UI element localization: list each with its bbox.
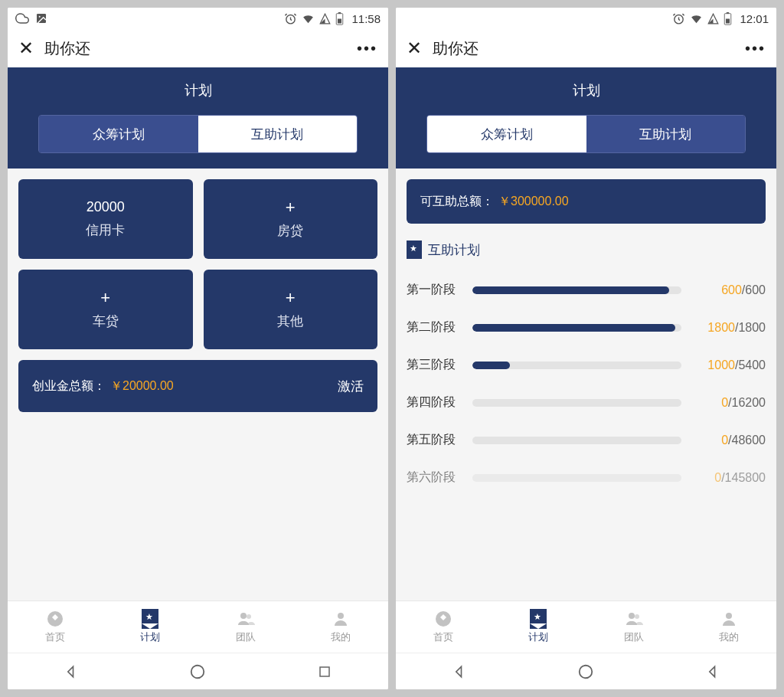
svg-point-9	[247, 614, 251, 619]
activate-button[interactable]: 激活	[338, 378, 364, 395]
stage-row: 第一阶段 600/600	[407, 282, 766, 298]
back-icon[interactable]	[62, 663, 80, 681]
progress-bar	[472, 362, 681, 369]
nav-team[interactable]: 团队	[586, 601, 681, 653]
tab-crowdfund[interactable]: 众筹计划	[39, 116, 198, 152]
stage-name: 第三阶段	[407, 357, 463, 373]
mutual-amount: ￥300000.00	[498, 194, 569, 210]
stage-num: 0/145800	[691, 471, 766, 485]
wifi-icon	[690, 12, 703, 25]
close-icon[interactable]: ✕	[407, 39, 422, 57]
svg-point-20	[635, 614, 639, 619]
card-other[interactable]: + 其他	[204, 270, 378, 349]
app-header: ✕ 助你还 •••	[396, 29, 776, 67]
nav-label: 计划	[528, 630, 548, 644]
progress-bar	[472, 286, 681, 294]
svg-point-11	[191, 665, 204, 678]
svg-point-10	[338, 613, 344, 619]
nav-label: 团队	[236, 630, 256, 644]
system-nav-bar	[8, 653, 388, 689]
card-value: 20000	[87, 199, 125, 215]
coin-icon	[433, 610, 453, 628]
bookmark-icon: ★	[140, 610, 160, 628]
nav-label: 首页	[45, 630, 65, 644]
recent-icon[interactable]	[315, 663, 334, 681]
tab-mutual[interactable]: 互助计划	[586, 116, 746, 152]
team-icon	[236, 610, 256, 628]
svg-rect-5	[338, 18, 341, 23]
more-icon[interactable]: •••	[357, 40, 377, 57]
more-icon[interactable]: •••	[745, 40, 766, 57]
stage-num: 0/16200	[691, 396, 766, 410]
plus-icon: +	[286, 199, 296, 216]
svg-point-22	[580, 665, 593, 678]
progress-bar	[472, 474, 681, 482]
coin-icon	[45, 610, 65, 628]
svg-rect-4	[338, 12, 341, 14]
tab-crowdfund[interactable]: 众筹计划	[427, 116, 586, 152]
plan-header-block: 计划 众筹计划 互助计划	[396, 67, 776, 169]
mutual-label: 可互助总额：	[420, 194, 494, 210]
status-bar: 12:01	[396, 8, 776, 29]
card-mortgage[interactable]: + 房贷	[204, 179, 378, 259]
progress-bar	[472, 324, 681, 332]
content-area: 可互助总额： ￥300000.00 ★ 互助计划 第一阶段 600/600 第二…	[396, 169, 776, 600]
bottom-nav: 首页 ★ 计划 团队 我的	[396, 600, 776, 653]
svg-point-19	[629, 613, 635, 619]
progress-bar	[472, 399, 681, 407]
battery-icon	[335, 12, 344, 25]
bookmark-icon: ★	[407, 241, 422, 259]
battery-icon	[724, 12, 732, 25]
stage-row: 第六阶段 0/145800	[407, 470, 766, 486]
signal-icon	[707, 13, 719, 25]
plan-header-block: 计划 众筹计划 互助计划	[8, 67, 388, 169]
close-icon[interactable]: ✕	[18, 39, 34, 57]
stage-name: 第五阶段	[407, 432, 463, 448]
system-nav-bar	[396, 653, 776, 689]
card-label: 房贷	[277, 222, 303, 240]
app-header: ✕ 助你还 •••	[8, 29, 388, 67]
bookmark-icon: ★	[528, 610, 548, 628]
card-credit[interactable]: 20000 信用卡	[18, 179, 193, 259]
plan-title: 计划	[396, 81, 776, 100]
stage-row: 第二阶段 1800/1800	[407, 319, 766, 335]
stage-row: 第五阶段 0/48600	[407, 432, 766, 448]
back-icon[interactable]	[450, 663, 469, 681]
nav-home[interactable]: 首页	[8, 601, 103, 653]
cloud-icon	[15, 11, 29, 25]
nav-home[interactable]: 首页	[396, 601, 491, 653]
nav-me[interactable]: 我的	[681, 601, 776, 653]
content-area: 20000 信用卡 + 房贷 + 车贷 + 其他 创业金总额： ￥20000.0…	[8, 169, 388, 600]
nav-me[interactable]: 我的	[293, 601, 388, 653]
tab-mutual[interactable]: 互助计划	[198, 116, 358, 152]
clock-time: 11:58	[351, 12, 381, 25]
status-bar: 11:58	[8, 8, 388, 29]
tab-row: 众筹计划 互助计划	[426, 115, 746, 153]
card-grid: 20000 信用卡 + 房贷 + 车贷 + 其他	[18, 179, 377, 349]
user-icon	[331, 610, 351, 628]
progress-bar	[472, 437, 681, 444]
svg-rect-16	[726, 18, 730, 23]
stage-row: 第三阶段 1000/5400	[407, 357, 766, 373]
card-label: 其他	[277, 313, 303, 330]
card-car[interactable]: + 车贷	[18, 270, 193, 349]
card-label: 车贷	[93, 313, 119, 330]
back-icon[interactable]	[704, 663, 722, 681]
stage-list: 第一阶段 600/600 第二阶段 1800/1800 第三阶段 1000/54…	[407, 282, 766, 486]
stage-name: 第六阶段	[407, 470, 463, 486]
plus-icon: +	[100, 290, 110, 306]
phone-left: 11:58 ✕ 助你还 ••• 计划 众筹计划 互助计划 20000 信用卡 +…	[8, 8, 388, 689]
stage-row: 第四阶段 0/16200	[407, 394, 766, 411]
nav-plan[interactable]: ★ 计划	[491, 601, 586, 653]
home-icon[interactable]	[577, 663, 595, 681]
total-label: 创业金总额：	[32, 378, 106, 394]
app-title: 助你还	[44, 38, 90, 59]
home-icon[interactable]	[188, 663, 207, 681]
team-icon	[624, 610, 644, 628]
nav-plan[interactable]: ★ 计划	[103, 601, 198, 653]
svg-point-1	[39, 16, 41, 18]
stage-num: 0/48600	[691, 434, 766, 447]
alarm-icon	[672, 12, 685, 25]
section-header: ★ 互助计划	[407, 241, 766, 259]
nav-team[interactable]: 团队	[198, 601, 293, 653]
